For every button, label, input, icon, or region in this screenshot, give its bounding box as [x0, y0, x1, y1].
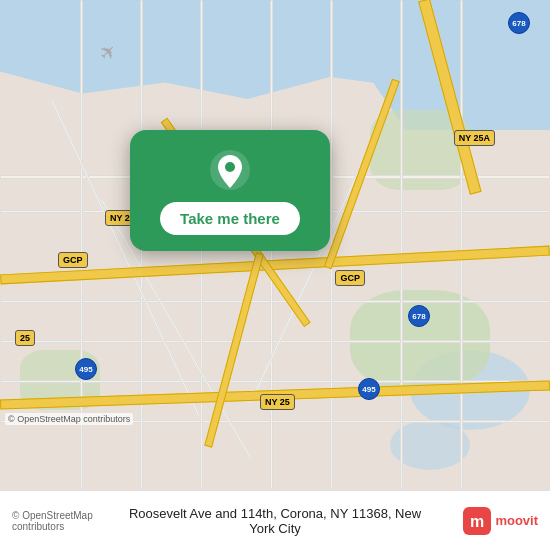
svg-point-1: [225, 162, 235, 172]
map-attribution: © OpenStreetMap contributors: [5, 413, 133, 425]
map-container: ✈ 678 NY 25A NY 25A GCP GCP 678 NY 25 49…: [0, 0, 550, 490]
take-me-there-button[interactable]: Take me there: [160, 202, 300, 235]
shield-i678-top: 678: [508, 12, 530, 34]
moovit-logo: m moovit: [433, 507, 538, 535]
shield-i678-bottom: 678: [408, 305, 430, 327]
svg-text:m: m: [470, 513, 484, 530]
address-text: Roosevelt Ave and 114th, Corona, NY 1136…: [117, 506, 433, 536]
road-v7: [460, 0, 463, 490]
map-pin-icon: [210, 150, 250, 190]
road-v6: [400, 0, 403, 490]
popup-card: Take me there: [130, 130, 330, 251]
shield-ny25a-right: NY 25A: [454, 130, 495, 146]
shield-gcp-right: GCP: [335, 270, 365, 286]
shield-i495-left: 495: [75, 358, 97, 380]
bottom-bar: © OpenStreetMap contributors Roosevelt A…: [0, 490, 550, 550]
moovit-brand-text: moovit: [495, 513, 538, 528]
shield-25-left: 25: [15, 330, 35, 346]
shield-i495-right: 495: [358, 378, 380, 400]
shield-ny25-bottom: NY 25: [260, 394, 295, 410]
copyright-text: © OpenStreetMap contributors: [12, 510, 117, 532]
moovit-icon: m: [463, 507, 491, 535]
shield-gcp-left: GCP: [58, 252, 88, 268]
